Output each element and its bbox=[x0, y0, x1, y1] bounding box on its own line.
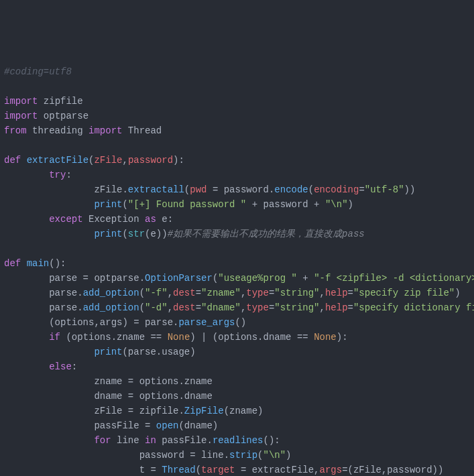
token-ident bbox=[21, 155, 26, 166]
token-funccall: print bbox=[94, 347, 122, 357]
token-punct: ( bbox=[184, 184, 190, 195]
code-line: zFile.extractall(pwd = password.encode(e… bbox=[4, 182, 470, 197]
token-punct: ) bbox=[286, 450, 291, 461]
token-keyword: import bbox=[4, 111, 38, 121]
token-punct: )) bbox=[404, 184, 416, 195]
token-funccall: parse_args bbox=[178, 317, 235, 328]
token-funcname: extractFile bbox=[27, 155, 88, 166]
token-paramname: dest bbox=[173, 288, 196, 298]
token-keyword: except bbox=[49, 214, 82, 225]
token-string: "utf-8" bbox=[365, 184, 404, 195]
token-builtin: str bbox=[128, 229, 145, 239]
token-paramname: help bbox=[325, 302, 348, 313]
token-ident: passFile. bbox=[156, 435, 213, 446]
token-string: "specify zip file" bbox=[353, 288, 455, 298]
token-punct: ( bbox=[122, 229, 127, 239]
token-ident: zname = options.zname bbox=[4, 376, 213, 387]
token-ident: password. bbox=[224, 184, 275, 195]
code-line: def main(): bbox=[4, 256, 470, 271]
token-punct: (parse.usage) bbox=[122, 347, 195, 357]
code-line: for line in passFile.readlines(): bbox=[4, 433, 470, 448]
token-punct: = bbox=[196, 302, 201, 313]
code-line bbox=[4, 138, 470, 153]
token-keyword: else bbox=[49, 361, 72, 372]
token-punct: ) bbox=[348, 199, 353, 210]
token-ident: zFile. bbox=[4, 184, 128, 195]
token-keyword: if bbox=[49, 332, 60, 343]
token-punct: ( bbox=[139, 302, 145, 313]
token-funccall: extractall bbox=[128, 184, 184, 195]
token-string: "string" bbox=[274, 302, 319, 313]
code-line: print(str(e))#如果不需要输出不成功的结果，直接改成pass bbox=[4, 227, 470, 241]
token-punct: , bbox=[320, 302, 325, 313]
token-paramname: password bbox=[128, 155, 173, 166]
token-const: None bbox=[314, 332, 337, 343]
token-string: "dname" bbox=[201, 302, 241, 313]
token-ident: threading bbox=[27, 125, 88, 136]
code-line: def extractFile(zFile,password): bbox=[4, 153, 470, 168]
token-string: "-f" bbox=[145, 288, 168, 298]
token-punct: =(zFile,password)) bbox=[342, 465, 443, 475]
token-punct: (): bbox=[263, 435, 280, 446]
token-ident bbox=[4, 229, 94, 239]
token-keyword: for bbox=[94, 435, 111, 446]
token-punct: , bbox=[168, 288, 173, 298]
token-paramname: type bbox=[246, 288, 269, 298]
code-line bbox=[4, 79, 470, 94]
token-ident: (options,args) = parse. bbox=[4, 317, 178, 328]
token-ident: passFile = bbox=[4, 420, 156, 431]
code-line: zFile = zipfile.ZipFile(zname) bbox=[4, 404, 470, 418]
code-line: print(parse.usage) bbox=[4, 345, 470, 359]
token-ident bbox=[4, 332, 49, 343]
token-punct: : bbox=[66, 170, 71, 180]
token-punct: (zname) bbox=[224, 406, 263, 416]
code-line: import zipfile bbox=[4, 94, 470, 109]
token-funccall: print bbox=[94, 199, 122, 210]
token-string: "useage%prog " bbox=[218, 273, 297, 284]
token-punct: + bbox=[308, 199, 325, 210]
token-punct: ( bbox=[196, 465, 201, 475]
token-ident: (options.zname == bbox=[60, 332, 168, 343]
token-ident: password bbox=[263, 199, 308, 210]
token-keyword: def bbox=[4, 258, 21, 269]
token-punct: = bbox=[348, 302, 353, 313]
token-ident bbox=[4, 170, 49, 180]
token-funccall: encode bbox=[274, 184, 308, 195]
token-punct: () bbox=[235, 317, 246, 328]
token-ident: zipfile bbox=[38, 96, 82, 107]
token-punct: , bbox=[168, 302, 173, 313]
token-paramname: encoding bbox=[314, 184, 359, 195]
token-punct: ( bbox=[139, 288, 145, 298]
token-punct: = bbox=[196, 288, 201, 298]
token-ident: Thread bbox=[122, 125, 162, 136]
token-punct: ): bbox=[173, 155, 184, 166]
token-punct: , bbox=[122, 155, 127, 166]
token-ident: parse. bbox=[4, 288, 83, 298]
code-line: parse.add_option("-d",dest="dname",type=… bbox=[4, 300, 470, 315]
token-punct: = bbox=[206, 184, 223, 195]
token-const: None bbox=[168, 332, 190, 343]
token-funccall: readlines bbox=[213, 435, 263, 446]
token-ident: t = bbox=[4, 465, 162, 475]
token-punct: ) bbox=[455, 288, 460, 298]
code-line: zname = options.zname bbox=[4, 374, 470, 389]
code-line: #coding=utf8 bbox=[4, 64, 470, 79]
token-punct: ( bbox=[308, 184, 314, 195]
token-punct: = bbox=[359, 184, 364, 195]
token-ident: ) | (options.dname == bbox=[190, 332, 314, 343]
token-keyword: def bbox=[4, 155, 21, 166]
token-funccall: add_option bbox=[83, 302, 139, 313]
token-ident bbox=[4, 214, 49, 225]
token-paramname: dest bbox=[173, 302, 196, 313]
token-ident: e: bbox=[156, 214, 173, 225]
token-keyword: as bbox=[145, 214, 156, 225]
token-punct: = extractFile, bbox=[235, 465, 320, 475]
token-funcname: main bbox=[27, 258, 50, 269]
code-line: (options,args) = parse.parse_args() bbox=[4, 315, 470, 330]
token-ident: parse. bbox=[4, 302, 83, 313]
token-punct: ( bbox=[122, 199, 127, 210]
token-paramname: type bbox=[246, 302, 269, 313]
token-paramname: zFile bbox=[94, 155, 122, 166]
token-punct: (): bbox=[49, 258, 66, 269]
code-line bbox=[4, 241, 470, 256]
